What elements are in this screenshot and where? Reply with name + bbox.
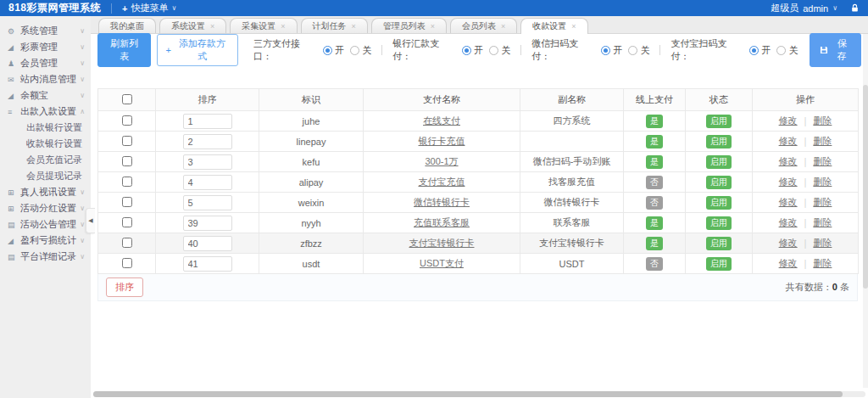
vertical-scrollbar[interactable] bbox=[863, 34, 868, 388]
quick-menu-button[interactable]: + 快捷菜单 ∨ bbox=[122, 2, 176, 14]
radio-on-circle[interactable] bbox=[462, 46, 471, 55]
tab-1[interactable]: 系统设置× bbox=[159, 18, 226, 33]
row-checkbox[interactable] bbox=[122, 115, 132, 126]
edit-link[interactable]: 修改 bbox=[779, 217, 798, 227]
tab-close-icon[interactable]: × bbox=[210, 22, 214, 31]
tab-6[interactable]: 收款设置× bbox=[520, 18, 587, 34]
sidebar-item-9[interactable]: ◢盈利亏损统计∨ bbox=[0, 233, 91, 249]
delete-link[interactable]: 删除 bbox=[813, 217, 832, 227]
radio-on[interactable]: 开 bbox=[462, 44, 483, 57]
sidebar-item-4[interactable]: ◢余额宝∨ bbox=[0, 87, 91, 104]
edit-link[interactable]: 修改 bbox=[779, 258, 798, 268]
delete-link[interactable]: 删除 bbox=[813, 115, 832, 126]
payment-name-link[interactable]: 支付宝充值 bbox=[419, 177, 465, 187]
sidebar-subitem[interactable]: 收款银行设置 bbox=[0, 136, 91, 152]
radio-off-circle[interactable] bbox=[776, 46, 786, 55]
sidebar-item-2[interactable]: ♟会员管理∨ bbox=[0, 55, 91, 71]
sort-button[interactable]: 排序 bbox=[106, 277, 143, 297]
payment-name-link[interactable]: 支付宝转银行卡 bbox=[409, 238, 475, 248]
tab-4[interactable]: 管理员列表× bbox=[371, 18, 447, 33]
table-row: kefu300-1万微信扫码-手动到账是启用修改｜删除 bbox=[98, 152, 859, 172]
tab-close-icon[interactable]: × bbox=[571, 22, 576, 31]
delete-link[interactable]: 删除 bbox=[813, 156, 832, 166]
sidebar-item-3[interactable]: ✉站内消息管理∨ bbox=[0, 71, 91, 87]
order-input[interactable] bbox=[183, 175, 232, 190]
edit-link[interactable]: 修改 bbox=[779, 115, 798, 126]
tab-close-icon[interactable]: × bbox=[501, 22, 505, 31]
refresh-list-button[interactable]: 刷新列表 bbox=[97, 33, 151, 67]
tab-close-icon[interactable]: × bbox=[431, 22, 435, 31]
delete-link[interactable]: 删除 bbox=[813, 238, 832, 248]
sidebar-item-8[interactable]: ▤活动公告管理∨ bbox=[0, 216, 91, 233]
lock-icon[interactable] bbox=[850, 3, 860, 13]
delete-link[interactable]: 删除 bbox=[813, 258, 832, 268]
order-input[interactable] bbox=[183, 195, 232, 210]
radio-off-circle[interactable] bbox=[628, 46, 637, 55]
edit-link[interactable]: 修改 bbox=[779, 238, 798, 248]
edit-link[interactable]: 修改 bbox=[779, 156, 798, 166]
row-checkbox[interactable] bbox=[122, 177, 132, 187]
row-checkbox[interactable] bbox=[122, 156, 132, 166]
payment-name-link[interactable]: 微信转银行卡 bbox=[414, 197, 470, 207]
select-all-checkbox[interactable] bbox=[122, 94, 132, 104]
sidebar-subitem[interactable]: 出款银行设置 bbox=[0, 120, 91, 136]
sidebar-item-5[interactable]: ≡出款入款设置∧ bbox=[0, 104, 91, 120]
vertical-scrollbar-thumb[interactable] bbox=[863, 85, 868, 289]
edit-link[interactable]: 修改 bbox=[779, 136, 798, 146]
sidebar-item-6[interactable]: ⊞真人视讯设置∨ bbox=[0, 184, 91, 200]
payment-name-link[interactable]: USDT支付 bbox=[420, 258, 464, 268]
radio-off-circle[interactable] bbox=[489, 46, 498, 55]
order-input[interactable] bbox=[183, 256, 232, 272]
radio-on[interactable]: 开 bbox=[601, 44, 622, 57]
tab-3[interactable]: 计划任务× bbox=[301, 18, 368, 33]
sidebar-item-1[interactable]: ◢彩票管理∨ bbox=[0, 39, 91, 55]
radio-on[interactable]: 开 bbox=[749, 44, 771, 57]
row-checkbox[interactable] bbox=[122, 136, 132, 146]
tab-0[interactable]: 我的桌面 bbox=[98, 18, 156, 33]
row-checkbox[interactable] bbox=[122, 258, 132, 268]
payment-name-link[interactable]: 充值联系客服 bbox=[414, 217, 470, 227]
delete-link[interactable]: 删除 bbox=[813, 136, 832, 146]
save-button[interactable]: 保存 bbox=[810, 33, 861, 67]
radio-off[interactable]: 关 bbox=[489, 44, 510, 57]
edit-link[interactable]: 修改 bbox=[779, 177, 798, 187]
radio-off-circle[interactable] bbox=[350, 46, 359, 55]
edit-link[interactable]: 修改 bbox=[779, 197, 798, 207]
order-input[interactable] bbox=[183, 236, 232, 251]
row-checkbox[interactable] bbox=[122, 217, 132, 227]
tab-2[interactable]: 采集设置× bbox=[230, 18, 297, 33]
add-deposit-method-button[interactable]: +添加存款方式 bbox=[157, 34, 238, 66]
radio-on-circle[interactable] bbox=[323, 46, 332, 55]
order-input[interactable] bbox=[183, 134, 232, 149]
tab-close-icon[interactable]: × bbox=[352, 22, 356, 31]
action-separator: ｜ bbox=[801, 258, 810, 268]
horizontal-scrollbar[interactable] bbox=[93, 391, 865, 397]
tab-close-icon[interactable]: × bbox=[281, 22, 285, 31]
sidebar-collapse-handle[interactable]: ◀ bbox=[86, 208, 95, 233]
order-input[interactable] bbox=[183, 154, 232, 170]
user-menu[interactable]: 超级员 admin ∨ bbox=[771, 2, 860, 14]
sidebar-item-0[interactable]: ⚙系统管理∨ bbox=[0, 23, 91, 39]
row-checkbox[interactable] bbox=[122, 238, 132, 248]
radio-off[interactable]: 关 bbox=[628, 44, 649, 57]
radio-off[interactable]: 关 bbox=[776, 44, 798, 57]
payment-name-link[interactable]: 银行卡充值 bbox=[419, 136, 465, 146]
payment-name-link[interactable]: 300-1万 bbox=[425, 156, 458, 166]
sidebar-item-label: 平台详细记录 bbox=[20, 250, 80, 263]
sidebar-item-10[interactable]: ▤平台详细记录∨ bbox=[0, 249, 91, 265]
delete-link[interactable]: 删除 bbox=[813, 177, 832, 187]
tab-5[interactable]: 会员列表× bbox=[450, 18, 517, 33]
sidebar-item-7[interactable]: ⊞活动分红设置∨ bbox=[0, 200, 91, 216]
sidebar-subitem[interactable]: 会员充值记录 bbox=[0, 152, 91, 168]
sidebar-subitem[interactable]: 会员提现记录 bbox=[0, 168, 91, 184]
order-input[interactable] bbox=[183, 114, 232, 129]
radio-on-circle[interactable] bbox=[749, 46, 759, 55]
delete-link[interactable]: 删除 bbox=[813, 197, 832, 207]
row-checkbox[interactable] bbox=[122, 197, 132, 207]
order-input[interactable] bbox=[183, 216, 232, 231]
payment-name-link[interactable]: 在线支付 bbox=[423, 115, 460, 126]
radio-off[interactable]: 关 bbox=[350, 44, 371, 57]
horizontal-scrollbar-thumb[interactable] bbox=[93, 391, 843, 397]
radio-on-circle[interactable] bbox=[601, 46, 610, 55]
radio-on[interactable]: 开 bbox=[323, 44, 344, 57]
